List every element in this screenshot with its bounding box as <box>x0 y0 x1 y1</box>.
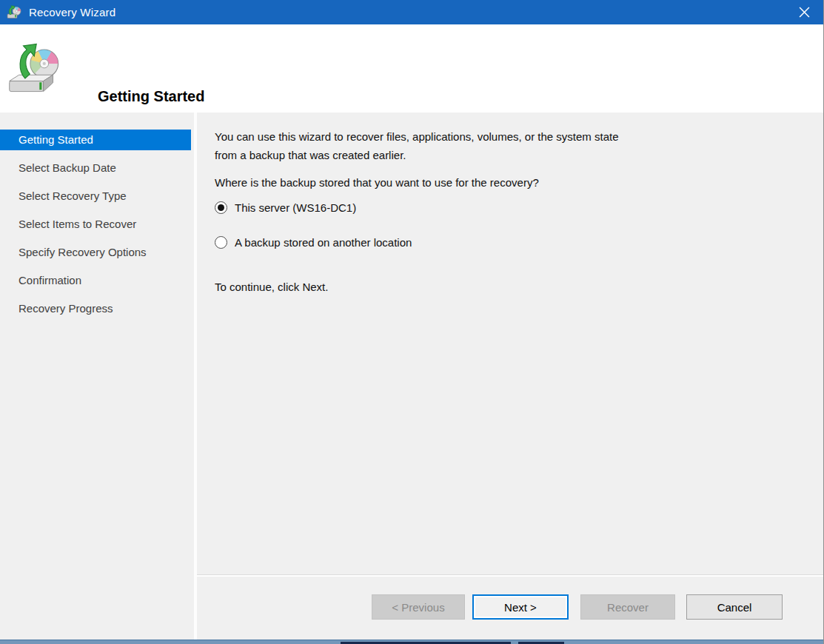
previous-button[interactable]: < Previous <box>372 594 465 620</box>
close-button[interactable] <box>785 0 823 24</box>
titlebar[interactable]: Recovery Wizard <box>0 0 823 24</box>
step-select-items-to-recover: Select Items to Recover <box>0 214 194 235</box>
step-specify-recovery-options: Specify Recovery Options <box>0 242 194 263</box>
radio-option-label[interactable]: A backup stored on another location <box>235 236 412 249</box>
step-getting-started: Getting Started <box>0 130 191 150</box>
steps-list: Getting Started Select Backup Date Selec… <box>0 130 194 326</box>
step-confirmation: Confirmation <box>0 270 194 291</box>
radio-option-this-server[interactable]: This server (WS16-DC1) <box>215 201 356 214</box>
close-icon <box>799 7 810 18</box>
radio-option-another-location[interactable]: A backup stored on another location <box>215 236 412 249</box>
step-select-backup-date: Select Backup Date <box>0 158 194 178</box>
radio-button-icon[interactable] <box>215 201 227 214</box>
window-title: Recovery Wizard <box>29 6 115 19</box>
step-recovery-progress: Recovery Progress <box>0 298 194 319</box>
recovery-wizard-window: Recovery Wizard <box>0 0 824 644</box>
step-select-recovery-type: Select Recovery Type <box>0 186 194 207</box>
footer-separator <box>197 574 823 577</box>
instruction-text: To continue, click Next. <box>215 281 328 293</box>
background-window-edge <box>0 640 823 644</box>
intro-line-1: You can use this wizard to recover files… <box>215 127 619 146</box>
radio-option-label[interactable]: This server (WS16-DC1) <box>235 201 356 214</box>
wizard-steps-sidebar: Getting Started Select Backup Date Selec… <box>0 113 194 640</box>
intro-line-2: from a backup that was created earlier. <box>215 146 619 164</box>
recovery-drive-icon <box>7 39 64 101</box>
wizard-header: Getting Started <box>0 24 823 113</box>
intro-text: You can use this wizard to recover files… <box>215 127 619 164</box>
page-title: Getting Started <box>98 88 204 105</box>
recover-button[interactable]: Recover <box>580 594 675 620</box>
wizard-content: You can use this wizard to recover files… <box>197 113 823 640</box>
next-button[interactable]: Next > <box>472 594 569 620</box>
radio-button-icon[interactable] <box>215 236 227 249</box>
cancel-button[interactable]: Cancel <box>686 594 783 620</box>
question-text: Where is the backup stored that you want… <box>215 176 539 189</box>
app-icon <box>7 5 21 20</box>
